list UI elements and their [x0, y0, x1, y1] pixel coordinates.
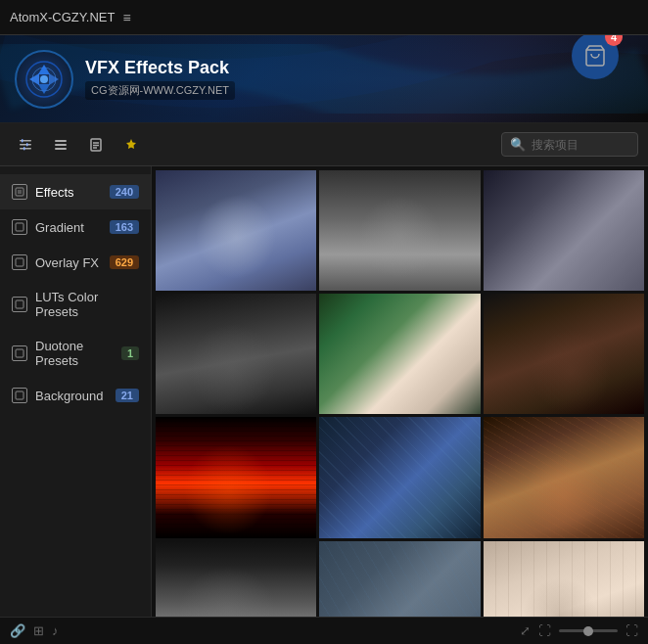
background-badge: 21 [116, 389, 139, 402]
svg-rect-5 [20, 144, 31, 146]
grid-item-7[interactable] [156, 417, 316, 537]
svg-rect-20 [16, 223, 23, 231]
header-subtitle: CG资源网-WWW.CGZY.NET [85, 81, 235, 100]
grid-area [152, 166, 648, 617]
sidebar-item-overlay[interactable]: Overlay FX 629 [0, 245, 151, 280]
single-view-btn[interactable] [80, 131, 112, 159]
music-icon[interactable]: ♪ [52, 623, 59, 638]
list-icon [53, 137, 69, 153]
sidebar-item-background[interactable]: Background 21 [0, 378, 151, 413]
grid-item-5[interactable] [319, 294, 480, 414]
svg-rect-22 [16, 300, 23, 308]
header: VFX Effects Pack CG资源网-WWW.CGZY.NET 4 [0, 35, 648, 123]
luts-icon [12, 297, 27, 312]
overlay-label: Overlay FX [35, 255, 102, 270]
svg-rect-7 [22, 139, 23, 143]
overlay-badge: 629 [110, 255, 139, 269]
effects-label: Effects [35, 185, 102, 200]
sidebar-item-effects[interactable]: Effects 240 [0, 174, 151, 209]
grid-item-6[interactable] [484, 294, 644, 414]
luts-label: LUTs Color Presets [35, 290, 139, 319]
sliders-icon [18, 137, 33, 153]
thumbnail-grid [156, 170, 644, 617]
svg-point-2 [40, 75, 48, 83]
duotone-badge: 1 [121, 346, 139, 360]
bottom-right: ⤢ ⛶ ⛶ [520, 623, 638, 638]
app-title: AtomX-CGZY.NET [10, 10, 115, 24]
background-icon [12, 388, 27, 403]
svg-rect-23 [16, 349, 23, 357]
svg-rect-9 [23, 147, 25, 151]
duotone-icon [12, 345, 27, 361]
duotone-label: Duotone Presets [35, 339, 114, 368]
header-title-block: VFX Effects Pack CG资源网-WWW.CGZY.NET [85, 58, 235, 100]
svg-rect-17 [16, 188, 23, 196]
gradient-icon [12, 219, 27, 235]
toolbar: 🔍 [0, 123, 648, 166]
svg-rect-12 [55, 148, 67, 150]
main-content: Effects 240 Gradient 163 Overlay FX 629 … [0, 166, 648, 617]
grid-item-11[interactable] [319, 541, 480, 617]
expand-icon[interactable]: ⤢ [520, 623, 531, 638]
svg-rect-10 [55, 140, 67, 142]
search-input[interactable] [532, 138, 629, 152]
link-icon[interactable]: 🔗 [10, 623, 25, 638]
zoom-slider[interactable] [559, 629, 618, 632]
bottom-left: 🔗 ⊞ ♪ [10, 623, 59, 638]
grid-item-12[interactable] [484, 541, 644, 617]
sidebar-item-luts[interactable]: LUTs Color Presets [0, 280, 151, 329]
svg-rect-6 [20, 148, 31, 150]
background-label: Background [35, 389, 108, 403]
star-icon [123, 137, 139, 153]
grid-item-4[interactable] [156, 294, 316, 414]
search-box: 🔍 [501, 132, 638, 157]
sidebar-item-gradient[interactable]: Gradient 163 [0, 209, 151, 245]
effects-badge: 240 [110, 185, 139, 199]
grid-item-1[interactable] [156, 170, 316, 291]
list-view-btn[interactable] [45, 131, 76, 159]
product-name: VFX Effects Pack [85, 58, 235, 78]
grid-item-3[interactable] [484, 170, 644, 291]
top-bar: AtomX-CGZY.NET ≡ [0, 0, 648, 35]
cart-icon [583, 44, 607, 68]
logo [15, 50, 73, 109]
grid-item-10[interactable] [156, 541, 316, 617]
favorites-btn[interactable] [116, 131, 147, 159]
grid-view-btn[interactable] [10, 131, 41, 159]
cart-button[interactable]: 4 [572, 35, 619, 79]
svg-rect-21 [16, 258, 23, 266]
effects-icon [12, 184, 27, 200]
svg-rect-24 [16, 391, 23, 399]
page-icon [88, 137, 104, 153]
gradient-badge: 163 [110, 220, 139, 234]
overlay-icon [12, 254, 27, 270]
zoom-thumb [583, 626, 593, 636]
gradient-label: Gradient [35, 220, 102, 235]
svg-rect-11 [55, 144, 67, 146]
bottom-bar: 🔗 ⊞ ♪ ⤢ ⛶ ⛶ [0, 617, 648, 644]
svg-rect-4 [20, 140, 31, 142]
sidebar-item-duotone[interactable]: Duotone Presets 1 [0, 329, 151, 378]
grid-item-9[interactable] [484, 417, 644, 537]
fullscreen-icon[interactable]: ⛶ [538, 623, 551, 638]
search-icon: 🔍 [510, 137, 526, 152]
grid-item-8[interactable] [319, 417, 480, 537]
grid-item-2[interactable] [319, 170, 480, 291]
sidebar: Effects 240 Gradient 163 Overlay FX 629 … [0, 166, 152, 617]
svg-rect-8 [26, 143, 28, 147]
grid-small-icon[interactable]: ⊞ [33, 623, 44, 638]
menu-icon[interactable]: ≡ [122, 10, 130, 25]
fullscreen2-icon[interactable]: ⛶ [625, 623, 638, 638]
